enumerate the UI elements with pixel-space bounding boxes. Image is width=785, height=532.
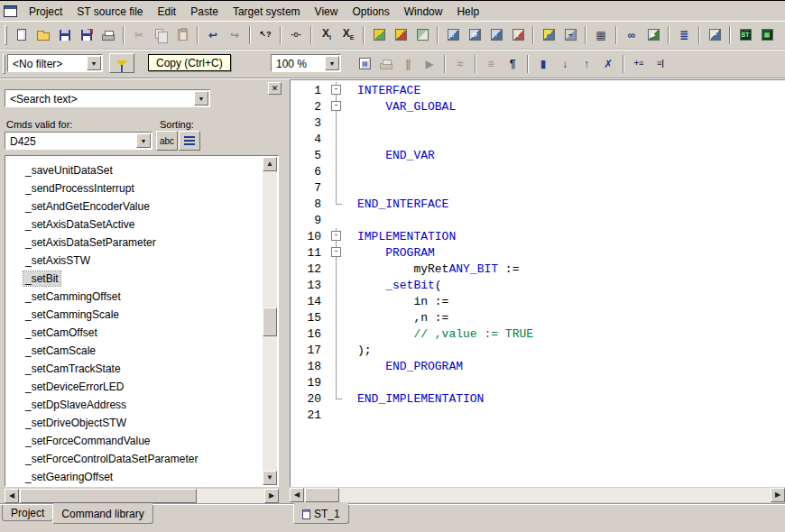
chevron-down-icon[interactable]: ▼ <box>136 133 151 148</box>
editor-horizontal-scrollbar[interactable]: ◀ ▶ <box>290 488 785 502</box>
tab-st-1[interactable]: ST_1 <box>293 505 349 524</box>
scrollbar-thumb[interactable] <box>263 307 277 336</box>
command-list-item[interactable]: _sendProcessInterrupt <box>5 179 262 197</box>
filter-combobox[interactable]: <No filter> ▼ <box>7 54 103 72</box>
accept-and-compile-button[interactable] <box>368 24 390 45</box>
insert-mcc-chart-button[interactable]: ▦ <box>756 24 778 45</box>
insert-connection-button[interactable]: -o- <box>285 24 307 45</box>
command-list-item[interactable]: _setBit <box>5 270 262 288</box>
control-panel-button[interactable]: ▶ <box>642 24 664 45</box>
command-list-item[interactable]: _setAxisDataSetActive <box>5 216 262 234</box>
command-list-item[interactable]: _setForceControlDataSetParameter <box>5 450 262 468</box>
fold-collapse-icon[interactable]: - <box>331 101 341 111</box>
sort-order-button[interactable] <box>179 131 200 151</box>
disconnect-target-button[interactable]: ¬ <box>559 24 581 45</box>
menu-project[interactable]: Project <box>22 4 69 20</box>
new-file-button[interactable] <box>11 24 32 45</box>
prev-bookmark-button[interactable]: ↑ <box>576 53 597 74</box>
toggle-bookmark-button[interactable]: ▮ <box>532 53 554 74</box>
clear-bookmarks-button[interactable]: ✗ <box>597 53 619 74</box>
insert-input-xi-button[interactable]: XI <box>316 24 337 45</box>
zoom-combobox[interactable]: 100 % ▼ <box>271 54 341 72</box>
next-bookmark-button[interactable]: ↓ <box>554 53 576 74</box>
compile-object-button[interactable] <box>390 24 411 45</box>
command-list-item[interactable]: _setCamOffset <box>5 324 262 342</box>
command-list-item[interactable]: _saveUnitDataSet <box>5 161 262 179</box>
fold-collapse-icon[interactable]: - <box>331 85 341 95</box>
scroll-right-button[interactable]: ▶ <box>264 489 279 503</box>
insert-snippet-button[interactable]: +≡ <box>628 53 650 74</box>
tab-command-library[interactable]: Command library <box>52 505 152 524</box>
upload-object-button[interactable]: ↑ <box>485 24 507 45</box>
menu-target-system[interactable]: Target system <box>226 4 308 20</box>
show-formatting-button[interactable]: ¶ <box>502 53 523 74</box>
chevron-down-icon[interactable]: ▼ <box>87 56 101 70</box>
save-and-compile-button[interactable] <box>76 24 97 45</box>
sort-alphabetic-button[interactable]: abc <box>156 131 178 151</box>
open-project-button[interactable] <box>32 24 54 45</box>
chevron-down-icon[interactable]: ▼ <box>325 56 339 70</box>
scrollbar-thumb[interactable] <box>305 488 339 502</box>
undo-button[interactable]: ↩ <box>202 24 224 45</box>
connect-target-button[interactable]: ⌐ <box>538 24 559 45</box>
scrollbar-thumb[interactable] <box>20 489 197 503</box>
monitor-variables-icon: ∞ <box>628 30 636 41</box>
save-button[interactable] <box>54 24 76 45</box>
print-button[interactable] <box>97 24 119 45</box>
command-list-item[interactable]: _setDeviceErrorLED <box>5 378 262 396</box>
command-list-item[interactable]: _setCamTrackState <box>5 360 262 378</box>
scroll-right-button[interactable]: ▶ <box>771 488 785 502</box>
filter-button[interactable] <box>109 53 134 73</box>
command-list-item[interactable]: _setAxisSTW <box>5 252 262 270</box>
scroll-left-button[interactable]: ◀ <box>290 488 304 502</box>
copy-ram-to-rom-button[interactable]: ! <box>507 24 529 45</box>
menu-help[interactable]: Help <box>449 4 486 20</box>
monitor-variables-button[interactable]: ∞ <box>621 24 642 45</box>
command-list-item[interactable]: _setDriveObjectSTW <box>5 414 262 432</box>
command-list-item[interactable]: _setCamScale <box>5 342 262 360</box>
st-source-view-button[interactable]: ▤ <box>354 53 375 74</box>
indent-settings-button[interactable]: ≡| <box>650 53 671 74</box>
context-help-button[interactable]: ↖? <box>254 24 276 45</box>
command-list-item[interactable]: _setCammingScale <box>5 306 262 324</box>
menu-st-source-file[interactable]: ST source file <box>69 4 150 20</box>
scroll-up-button[interactable]: ▲ <box>263 157 277 171</box>
menu-paste[interactable]: Paste <box>183 4 226 20</box>
command-list-item[interactable]: _setAxisDataSetParameter <box>5 234 262 252</box>
search-combobox[interactable]: <Search text> ▼ <box>5 89 210 107</box>
tab-project[interactable]: Project <box>2 505 53 521</box>
project-overview-button[interactable]: ▦ <box>590 24 612 45</box>
menu-view[interactable]: View <box>308 4 346 20</box>
download-object-button[interactable]: ⇄ <box>464 24 485 45</box>
device-combobox[interactable]: D425 ▼ <box>5 132 152 150</box>
download-project-button[interactable]: ↓ <box>442 24 464 45</box>
fold-collapse-icon[interactable]: - <box>331 247 341 257</box>
command-list-item[interactable]: _setCammingOffset <box>5 288 262 306</box>
fold-collapse-icon[interactable]: - <box>331 231 341 241</box>
command-list-item[interactable]: _setGearingOffset <box>5 468 262 486</box>
toolbar-grip[interactable] <box>5 25 7 45</box>
code-area: 1-INTERFACE2- VAR_GLOBAL345 END_VAR678EN… <box>291 80 785 423</box>
insert-output-xe-button[interactable]: XE <box>337 24 359 45</box>
command-list-item[interactable]: _setDpSlaveAddress <box>5 396 262 414</box>
command-list-item[interactable]: _setForceCommandValue <box>5 432 262 450</box>
code-text: ,n := <box>345 311 448 325</box>
command-list-item[interactable]: _setAndGetEncoderValue <box>5 197 262 216</box>
scroll-down-button[interactable]: ▼ <box>263 471 277 485</box>
vertical-scrollbar[interactable]: ▲ ▼ <box>263 157 277 485</box>
horizontal-scrollbar[interactable]: ◀ ▶ <box>5 489 279 503</box>
chevron-down-icon[interactable]: ▼ <box>194 91 208 105</box>
menu-window[interactable]: Window <box>397 4 450 20</box>
expert-list-button[interactable]: ≣ <box>673 24 695 45</box>
panel-splitter[interactable] <box>283 79 290 532</box>
trace-button[interactable]: ~ <box>704 24 725 45</box>
menu-options[interactable]: Options <box>345 4 396 20</box>
compile-check-button[interactable] <box>411 24 433 45</box>
insert-st-source-button[interactable]: ST <box>734 24 756 45</box>
close-panel-button[interactable]: ✕ <box>268 82 282 95</box>
menu-edit[interactable]: Edit <box>151 4 184 20</box>
st-editor[interactable]: 1-INTERFACE2- VAR_GLOBAL345 END_VAR678EN… <box>290 79 785 487</box>
line-number: 4 <box>291 133 328 146</box>
toolbar-grip[interactable] <box>3 54 5 74</box>
scroll-left-button[interactable]: ◀ <box>5 489 19 503</box>
